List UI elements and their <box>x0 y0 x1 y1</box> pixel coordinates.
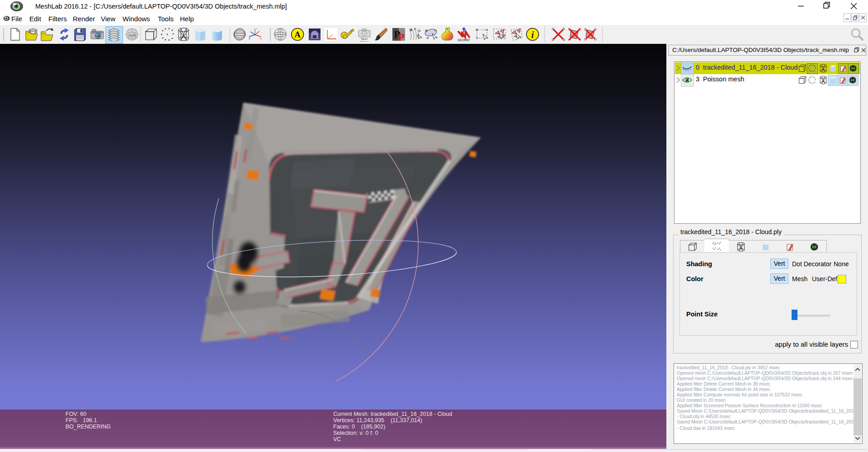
svg-text:P: P <box>398 31 405 42</box>
svg-text:Y: Y <box>256 28 258 30</box>
svg-text:X: X <box>260 37 262 40</box>
svg-text:i: i <box>531 30 534 40</box>
svg-text:GEOREF: GEOREF <box>458 38 470 42</box>
svg-text:A: A <box>294 30 301 39</box>
svg-text:Z: Z <box>249 37 250 40</box>
svg-text:Alignment: Alignment <box>360 40 369 42</box>
